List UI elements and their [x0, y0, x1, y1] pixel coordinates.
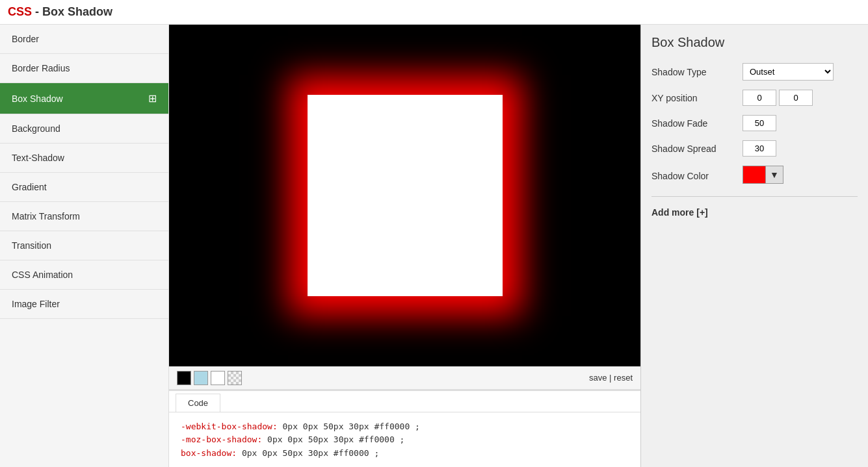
code-line: -moz-box-shadow: 0px 0px 50px 30px #ff00… — [181, 433, 629, 447]
pipe-separator: | — [609, 373, 611, 383]
center-area: save | reset Code -webkit-box-shadow: 0p… — [169, 25, 640, 467]
bg-swatches — [177, 371, 242, 385]
code-line: -webkit-box-shadow: 0px 0px 50px 30px #f… — [181, 420, 629, 434]
sidebar-item-label: Box Shadow — [12, 94, 63, 104]
shadow-type-select[interactable]: OutsetInset — [743, 63, 834, 81]
sidebar: BorderBorder RadiusBox Shadow⊞Background… — [0, 25, 169, 467]
shadow-spread-input[interactable] — [743, 140, 776, 157]
sidebar-item-label: Matrix Transform — [12, 211, 80, 221]
panel-divider — [651, 196, 858, 197]
sidebar-item-label: Text-Shadow — [12, 153, 64, 163]
sidebar-active-icon: ⊞ — [148, 92, 157, 105]
shadow-type-label: Shadow Type — [651, 67, 743, 77]
sidebar-item-label: Gradient — [12, 182, 47, 192]
code-section: Code -webkit-box-shadow: 0px 0px 50px 30… — [169, 390, 640, 467]
sidebar-item-transition[interactable]: Transition — [0, 231, 168, 260]
sidebar-item-text-shadow[interactable]: Text-Shadow — [0, 144, 168, 173]
xy-y-input[interactable] — [779, 90, 813, 106]
sidebar-item-image-filter[interactable]: Image Filter — [0, 290, 168, 319]
add-more-button[interactable]: Add more [+] — [651, 207, 858, 218]
preview-area: save | reset — [169, 25, 640, 390]
sidebar-item-css-animation[interactable]: CSS Animation — [0, 260, 168, 290]
title-css: CSS — [8, 5, 32, 18]
page-title: CSS - Box Shadow — [0, 0, 868, 25]
xy-position-label: XY position — [651, 93, 743, 103]
code-val: 0px 0px 50px 30px #ff0000 ; — [283, 422, 420, 431]
sidebar-item-label: Image Filter — [12, 299, 60, 309]
sidebar-item-matrix-transform[interactable]: Matrix Transform — [0, 202, 168, 231]
sidebar-item-label: Transition — [12, 240, 51, 251]
sidebar-item-box-shadow[interactable]: Box Shadow⊞ — [0, 83, 168, 114]
code-prop: box-shadow: — [181, 448, 237, 458]
shadow-fade-input[interactable] — [743, 115, 776, 131]
sidebar-item-label: Border Radius — [12, 63, 70, 73]
swatch-checker[interactable] — [228, 371, 242, 385]
reset-link[interactable]: reset — [614, 373, 633, 383]
color-dropdown-arrow[interactable]: ▼ — [766, 166, 783, 184]
canvas-wrapper — [169, 25, 640, 366]
shadow-color-label: Shadow Color — [651, 171, 743, 181]
color-swatch-button[interactable] — [743, 166, 766, 184]
code-prop: -webkit-box-shadow: — [181, 422, 278, 431]
sidebar-item-border[interactable]: Border — [0, 25, 168, 54]
title-rest: - Box Shadow — [32, 5, 112, 18]
shadow-box — [308, 95, 503, 296]
right-panel: Box Shadow Shadow Type OutsetInset XY po… — [640, 25, 868, 467]
shadow-fade-label: Shadow Fade — [651, 118, 743, 129]
code-line: box-shadow: 0px 0px 50px 30px #ff0000 ; — [181, 447, 629, 461]
swatch-black[interactable] — [177, 371, 191, 385]
code-content: -webkit-box-shadow: 0px 0px 50px 30px #f… — [169, 412, 640, 467]
panel-title: Box Shadow — [651, 35, 858, 50]
shadow-spread-label: Shadow Spread — [651, 144, 743, 154]
code-val: 0px 0px 50px 30px #ff0000 ; — [267, 435, 404, 444]
code-prop: -moz-box-shadow: — [181, 435, 262, 444]
save-reset-controls: save | reset — [589, 373, 633, 383]
swatch-lightblue[interactable] — [194, 371, 208, 385]
sidebar-item-label: Border — [12, 34, 39, 44]
sidebar-item-label: CSS Animation — [12, 270, 73, 280]
code-val: 0px 0px 50px 30px #ff0000 ; — [242, 448, 379, 458]
sidebar-item-gradient[interactable]: Gradient — [0, 173, 168, 202]
sidebar-item-label: Background — [12, 123, 60, 134]
swatch-white[interactable] — [211, 371, 225, 385]
xy-x-input[interactable] — [743, 90, 776, 106]
sidebar-item-background[interactable]: Background — [0, 114, 168, 144]
code-tab[interactable]: Code — [176, 394, 220, 412]
save-link[interactable]: save — [589, 373, 607, 383]
sidebar-item-border-radius[interactable]: Border Radius — [0, 54, 168, 83]
color-dropdown: ▼ — [743, 166, 783, 184]
